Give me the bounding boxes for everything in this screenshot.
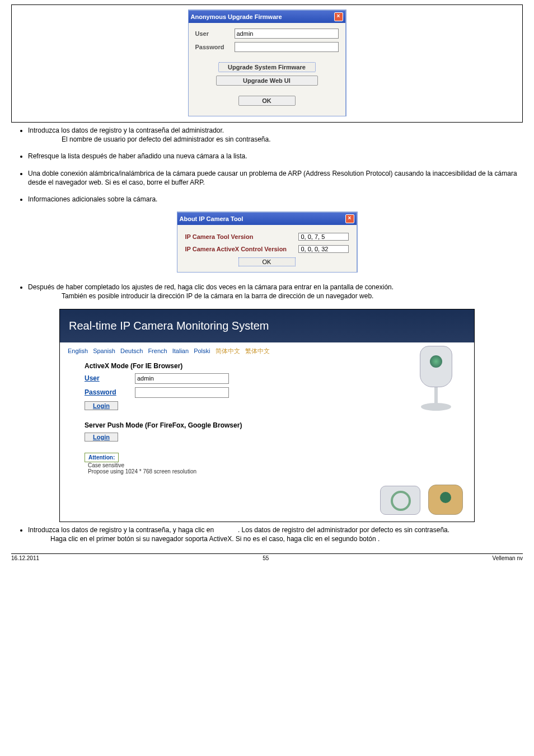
password-input[interactable] bbox=[235, 42, 339, 52]
user-input[interactable] bbox=[235, 29, 339, 39]
about-ok-button[interactable]: OK bbox=[238, 257, 296, 266]
resolution-note: Propose using 1024 * 768 screen resoluti… bbox=[88, 468, 466, 475]
list-item: Una doble conexión alámbrica/inalámbrica… bbox=[28, 169, 523, 187]
lang-traditional-chinese[interactable]: 繁体中文 bbox=[245, 348, 270, 354]
activex-version-value: 0, 0, 0, 32 bbox=[298, 245, 349, 253]
upgrade-firmware-dialog: Anonymous Upgrade Firmware × User Passwo… bbox=[188, 10, 346, 116]
tool-version-label: IP Camera Tool Version bbox=[185, 233, 254, 240]
list-item: Introduzca los datos de registro y la co… bbox=[28, 525, 523, 543]
footer-page-number: 55 bbox=[39, 555, 492, 561]
password-label: Password bbox=[195, 44, 235, 50]
user-label: User bbox=[195, 30, 235, 37]
dialog-titlebar: Anonymous Upgrade Firmware × bbox=[189, 11, 345, 23]
login-activex-button[interactable]: Login bbox=[85, 401, 118, 410]
lang-deutsch[interactable]: Deutsch bbox=[120, 348, 143, 354]
sub-text: Haga clic en el primer botón si su naveg… bbox=[28, 534, 523, 543]
tool-version-value: 0, 0, 7, 5 bbox=[298, 233, 349, 241]
login-serverpush-button[interactable]: Login bbox=[85, 433, 118, 442]
language-row: English Spanish Deutsch French Italian P… bbox=[68, 347, 466, 355]
case-sensitive-note: Case sensitive bbox=[88, 462, 466, 468]
lang-italian[interactable]: Italian bbox=[172, 348, 189, 354]
list-item: Después de haber completado los ajustes … bbox=[28, 283, 523, 300]
page-footer: 16.12.2011 55 Velleman nv bbox=[11, 553, 523, 561]
monitoring-window: Real-time IP Camera Monitoring System En… bbox=[59, 309, 475, 522]
lang-french[interactable]: French bbox=[148, 348, 167, 354]
dialog-title: Anonymous Upgrade Firmware bbox=[191, 13, 282, 20]
close-icon[interactable]: × bbox=[345, 214, 354, 223]
sub-text: El nombre de usuario por defecto del adm… bbox=[28, 135, 523, 144]
upgrade-system-firmware-button[interactable]: Upgrade System Firmware bbox=[218, 62, 316, 72]
upgrade-web-ui-button[interactable]: Upgrade Web UI bbox=[216, 76, 318, 86]
lang-spanish[interactable]: Spanish bbox=[93, 348, 115, 354]
activex-version-label: IP Camera ActiveX Control Version bbox=[185, 246, 287, 252]
list-item: Refresque la lista después de haber añad… bbox=[28, 152, 523, 161]
attention-label: Attention: bbox=[85, 453, 119, 462]
camera-illustration-1 bbox=[408, 346, 464, 411]
camera-illustration-2 bbox=[380, 485, 464, 515]
footer-date: 16.12.2011 bbox=[11, 555, 39, 561]
close-icon[interactable]: × bbox=[334, 12, 343, 21]
monitor-header: Real-time IP Camera Monitoring System bbox=[60, 309, 474, 342]
list-item: Informaciones adicionales sobre la cámar… bbox=[28, 195, 523, 204]
list-item: Introduzca los datos de registro y la co… bbox=[28, 126, 523, 144]
ok-button[interactable]: OK bbox=[238, 96, 296, 106]
lang-polski[interactable]: Polski bbox=[194, 348, 210, 354]
footer-company: Velleman nv bbox=[493, 555, 523, 561]
about-dialog: About IP Camera Tool × IP Camera Tool Ve… bbox=[177, 212, 358, 273]
lang-simplified-chinese[interactable]: 简体中文 bbox=[216, 348, 240, 354]
monitor-user-input[interactable] bbox=[135, 373, 229, 384]
lang-english[interactable]: English bbox=[68, 348, 88, 354]
about-title: About IP Camera Tool bbox=[180, 215, 243, 222]
monitor-password-input[interactable] bbox=[135, 387, 229, 398]
monitor-password-label: Password bbox=[85, 388, 135, 396]
server-push-mode-title: Server Push Mode (For FireFox, Google Br… bbox=[85, 421, 466, 429]
sub-text: También es posible introducir la direcci… bbox=[28, 292, 523, 300]
monitor-user-label: User bbox=[85, 374, 135, 382]
